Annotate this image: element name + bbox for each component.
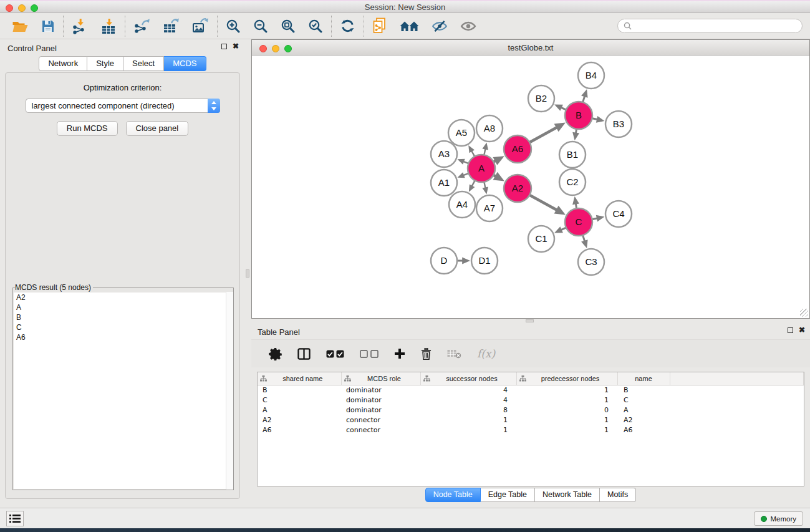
run-mcds-button[interactable]: Run MCDS bbox=[57, 121, 118, 136]
search-input[interactable] bbox=[635, 22, 796, 31]
graph-edge-A-A4[interactable] bbox=[469, 180, 476, 192]
graph-node-B4[interactable]: B4 bbox=[578, 62, 604, 89]
delete-column-button[interactable] bbox=[421, 348, 432, 360]
cell-mcds-role[interactable]: connector bbox=[341, 415, 420, 425]
graph-node-B[interactable]: B bbox=[565, 102, 592, 129]
column-header-successor-nodes[interactable]: successor nodes bbox=[420, 372, 516, 385]
cell-successor-nodes[interactable]: 4 bbox=[420, 395, 516, 405]
optimization-criterion-select[interactable]: largest connected component (directed) bbox=[26, 99, 220, 113]
graph-edge-D-D1[interactable] bbox=[456, 258, 470, 264]
cell-shared-name[interactable]: A bbox=[258, 405, 341, 415]
table-row[interactable]: A2connector11A2 bbox=[258, 415, 804, 425]
tab-mcds[interactable]: MCDS bbox=[164, 56, 206, 71]
cell-name[interactable]: B bbox=[617, 385, 670, 395]
zoom-selected-button[interactable] bbox=[308, 19, 323, 34]
float-panel-icon[interactable] bbox=[221, 44, 227, 49]
graph-node-B1[interactable]: B1 bbox=[559, 142, 586, 168]
table-tab-motifs[interactable]: Motifs bbox=[600, 488, 636, 502]
table-tab-network-table[interactable]: Network Table bbox=[535, 488, 600, 502]
window-resize-grip[interactable] bbox=[800, 309, 808, 317]
cell-predecessor-nodes[interactable]: 1 bbox=[516, 425, 617, 435]
cell-successor-nodes[interactable]: 8 bbox=[420, 405, 516, 415]
graph-node-C1[interactable]: C1 bbox=[528, 226, 554, 252]
export-table-button[interactable] bbox=[163, 18, 180, 34]
graph-node-A6[interactable]: A6 bbox=[504, 135, 531, 163]
graph-node-A8[interactable]: A8 bbox=[476, 115, 503, 142]
cell-name[interactable]: A6 bbox=[617, 425, 670, 435]
cell-successor-nodes[interactable]: 1 bbox=[420, 415, 516, 425]
zoom-in-button[interactable] bbox=[226, 19, 241, 34]
export-image-button[interactable] bbox=[192, 18, 209, 34]
network-canvas[interactable]: B4B2BB3A8A5A6A3B1AA1C2A2A4A7C4CC1C3DD1 bbox=[252, 56, 809, 318]
cell-predecessor-nodes[interactable]: 0 bbox=[516, 405, 617, 415]
cell-predecessor-nodes[interactable]: 1 bbox=[516, 395, 617, 405]
function-builder-button[interactable]: f(x) bbox=[477, 347, 495, 360]
open-session-button[interactable] bbox=[12, 19, 29, 33]
unselect-all-columns-button[interactable] bbox=[360, 350, 378, 358]
splitter-handle[interactable] bbox=[246, 269, 249, 278]
horizontal-splitter[interactable] bbox=[251, 319, 810, 323]
graph-node-C2[interactable]: C2 bbox=[559, 169, 586, 195]
table-row[interactable]: Adominator80A bbox=[258, 405, 804, 415]
graph-node-D1[interactable]: D1 bbox=[471, 248, 498, 274]
graph-node-B2[interactable]: B2 bbox=[528, 85, 554, 112]
graph-node-A7[interactable]: A7 bbox=[476, 195, 503, 221]
cell-successor-nodes[interactable]: 4 bbox=[420, 385, 516, 395]
table-tab-node-table[interactable]: Node Table bbox=[425, 488, 481, 502]
graph-edge-A-A5[interactable] bbox=[468, 145, 475, 158]
close-panel-icon[interactable]: ✖ bbox=[233, 44, 239, 49]
tab-network[interactable]: Network bbox=[39, 56, 87, 71]
show-graphics-details-button[interactable] bbox=[460, 20, 476, 32]
save-session-button[interactable] bbox=[41, 19, 55, 33]
graph-edge-A6-B[interactable] bbox=[529, 123, 566, 143]
hide-graphics-details-button[interactable] bbox=[432, 20, 448, 32]
graph-node-B3[interactable]: B3 bbox=[605, 111, 632, 137]
cell-shared-name[interactable]: A2 bbox=[258, 415, 341, 425]
table-row[interactable]: Bdominator41B bbox=[258, 385, 804, 395]
show-columns-button[interactable] bbox=[297, 348, 311, 360]
column-header-name[interactable]: name bbox=[617, 372, 670, 385]
cell-shared-name[interactable]: A6 bbox=[258, 425, 341, 435]
column-header-mcds-role[interactable]: MCDS role bbox=[341, 372, 420, 385]
tab-select[interactable]: Select bbox=[123, 56, 164, 71]
cell-mcds-role[interactable]: dominator bbox=[341, 405, 420, 415]
close-panel-button[interactable]: Close panel bbox=[126, 121, 189, 136]
graph-node-A1[interactable]: A1 bbox=[431, 170, 457, 196]
cell-shared-name[interactable]: C bbox=[258, 395, 341, 405]
graph-node-A4[interactable]: A4 bbox=[449, 191, 475, 218]
graph-node-A[interactable]: A bbox=[468, 155, 495, 182]
cell-mcds-role[interactable]: dominator bbox=[341, 385, 420, 395]
table-tab-edge-table[interactable]: Edge Table bbox=[481, 488, 535, 502]
graph-node-C3[interactable]: C3 bbox=[578, 249, 604, 275]
graph-node-A3[interactable]: A3 bbox=[431, 141, 457, 167]
table-row[interactable]: Cdominator41C bbox=[258, 395, 804, 405]
refresh-network-button[interactable] bbox=[340, 18, 355, 34]
import-table-button[interactable] bbox=[100, 18, 117, 34]
cell-predecessor-nodes[interactable]: 1 bbox=[516, 385, 617, 395]
cell-name[interactable]: A bbox=[617, 405, 670, 415]
cell-mcds-role[interactable]: dominator bbox=[341, 395, 420, 405]
export-network-button[interactable] bbox=[133, 18, 150, 34]
cell-name[interactable]: C bbox=[617, 395, 670, 405]
zoom-out-button[interactable] bbox=[253, 19, 268, 34]
graph-node-A5[interactable]: A5 bbox=[448, 120, 475, 146]
create-column-button[interactable] bbox=[394, 348, 405, 359]
column-header-shared-name[interactable]: shared name bbox=[258, 372, 341, 385]
select-all-columns-button[interactable] bbox=[326, 350, 344, 358]
graph-node-C[interactable]: C bbox=[565, 208, 592, 236]
float-panel-icon[interactable] bbox=[788, 327, 793, 333]
cell-name[interactable]: A2 bbox=[617, 415, 670, 425]
vertical-splitter[interactable] bbox=[244, 39, 251, 507]
graph-node-C4[interactable]: C4 bbox=[605, 201, 632, 227]
graph-node-D[interactable]: D bbox=[431, 248, 457, 274]
zoom-fit-button[interactable] bbox=[281, 19, 296, 34]
cell-successor-nodes[interactable]: 1 bbox=[420, 425, 516, 435]
graph-node-A2[interactable]: A2 bbox=[504, 175, 531, 202]
home-button[interactable] bbox=[400, 19, 419, 33]
table-settings-button[interactable] bbox=[269, 347, 282, 360]
network-from-selection-button[interactable] bbox=[372, 17, 387, 34]
column-header-predecessor-nodes[interactable]: predecessor nodes bbox=[516, 372, 617, 385]
task-history-button[interactable] bbox=[6, 511, 24, 526]
graph-edge-A2-C[interactable] bbox=[529, 195, 566, 215]
mcds-result-scrollbar[interactable] bbox=[226, 292, 233, 490]
